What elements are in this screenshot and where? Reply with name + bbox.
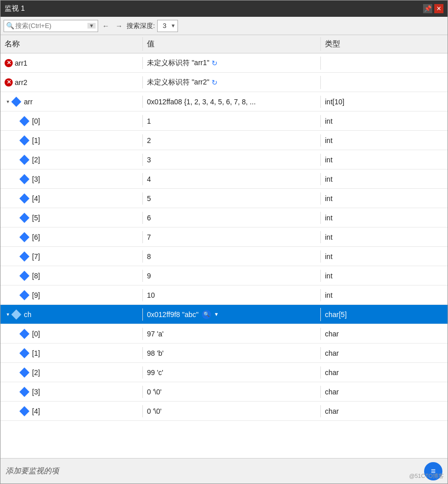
type-cell-arr-9: int	[321, 289, 447, 301]
type-label-ch: char[5]	[325, 310, 347, 319]
error-icon-arr2: ✕	[5, 78, 13, 87]
type-cell-arr1	[321, 61, 447, 65]
diamond-icon-ch-3	[19, 387, 29, 397]
name-label-arr2: arr2	[15, 78, 27, 87]
value-cell-arr-6: 7	[143, 231, 321, 243]
value-cell-ch-4: 0 '\0'	[143, 405, 321, 417]
name-cell-ch-3: [3]	[1, 386, 143, 398]
depth-label: 搜索深度:	[127, 21, 155, 31]
pin-button[interactable]: 📌	[423, 4, 432, 13]
name-label-arr-6: [6]	[32, 233, 40, 241]
type-label-arr: int[10]	[325, 98, 344, 106]
name-cell-arr-6: [6]	[1, 231, 143, 243]
type-label-arr-8: int	[325, 272, 333, 280]
watch-table[interactable]: ✕ arr1 未定义标识符 "arr1" ↻ ✕ arr2 未定义标识符 "ar…	[1, 53, 447, 458]
value-label-ch-0: 97 'a'	[147, 330, 164, 338]
refresh-icon-arr2[interactable]: ↻	[212, 78, 218, 87]
table-row-arr-5: [5] 6 int	[1, 208, 447, 227]
value-cell-arr-0: 1	[143, 115, 321, 127]
diamond-icon-arr-5	[19, 213, 29, 223]
value-cell-arr-8: 9	[143, 270, 321, 282]
diamond-icon-arr-9	[19, 290, 29, 300]
diamond-icon-arr-3	[19, 174, 29, 184]
value-cell-arr: 0x012ffa08 {1, 2, 3, 4, 5, 6, 7, 8, ...	[143, 96, 321, 108]
name-cell-arr-4: [4]	[1, 192, 143, 205]
search-icon: 🔍	[6, 22, 14, 30]
value-label-ch-1: 98 'b'	[147, 349, 164, 357]
name-label-ch: ch	[24, 310, 32, 319]
name-label-arr-1: [1]	[32, 136, 40, 145]
diamond-icon-ch-2	[19, 367, 29, 378]
diamond-icon-arr-2	[19, 155, 29, 165]
value-label-ch: 0x012ff9f8 "abc"	[147, 310, 199, 319]
type-label-arr-7: int	[325, 252, 333, 261]
toolbar: 🔍 ▼ ← → 搜索深度: 3 ▼	[1, 17, 447, 35]
value-label-arr2: 未定义标识符 "arr2"	[147, 78, 210, 87]
type-cell-ch-0: char	[321, 328, 447, 340]
search-input[interactable]	[15, 22, 86, 30]
name-cell-arr: ▾ arr	[1, 96, 143, 108]
close-button[interactable]: ✕	[434, 4, 443, 13]
table-row-ch-4: [4] 0 '\0' char	[1, 402, 447, 421]
type-label-arr-0: int	[325, 117, 333, 125]
value-label-arr1: 未定义标识符 "arr1"	[147, 59, 210, 68]
collapse-icon-arr[interactable]: ▾	[5, 99, 11, 105]
name-cell-arr-0: [0]	[1, 115, 143, 127]
table-row-arr-7: [7] 8 int	[1, 247, 447, 266]
value-label-ch-2: 99 'c'	[147, 368, 163, 377]
refresh-icon-arr1[interactable]: ↻	[212, 59, 218, 67]
table-row: ✕ arr2 未定义标识符 "arr2" ↻	[1, 73, 447, 92]
type-cell-ch-2: char	[321, 366, 447, 379]
depth-box: 3 ▼	[157, 20, 178, 32]
value-label-arr-3: 4	[147, 175, 151, 183]
search-val-icon-ch[interactable]: 🔍	[202, 310, 211, 319]
name-label-arr-9: [9]	[32, 291, 40, 299]
type-cell-arr2	[321, 80, 447, 84]
type-label-arr-3: int	[325, 175, 333, 183]
table-row-ch: ▾ ch 0x012ff9f8 "abc" 🔍 ▼ char[5]	[1, 305, 447, 324]
name-cell-arr1: ✕ arr1	[1, 57, 143, 69]
value-cell-arr-7: 8	[143, 250, 321, 263]
collapse-icon-ch[interactable]: ▾	[5, 311, 11, 318]
name-label-arr-0: [0]	[32, 117, 40, 125]
value-cell-ch-2: 99 'c'	[143, 366, 321, 379]
dropdown-btn-ch[interactable]: ▼	[214, 311, 219, 317]
search-dropdown-button[interactable]: ▼	[87, 23, 96, 29]
type-cell-arr-4: int	[321, 192, 447, 205]
header-value: 值	[143, 37, 321, 51]
type-label-arr-4: int	[325, 194, 333, 203]
forward-button[interactable]: →	[113, 21, 125, 31]
name-label-ch-0: [0]	[32, 330, 40, 338]
name-label-arr1: arr1	[15, 59, 27, 67]
value-label-arr-1: 2	[147, 136, 151, 145]
diamond-icon-arr-6	[19, 232, 29, 242]
depth-dropdown-button[interactable]: ▼	[171, 23, 176, 29]
value-label-arr-2: 3	[147, 156, 151, 164]
title-bar: 监视 1 📌 ✕	[1, 1, 447, 17]
type-cell-ch: char[5]	[321, 308, 447, 321]
header-name: 名称	[1, 37, 143, 51]
add-watch-label[interactable]: 添加要监视的项	[6, 466, 59, 476]
diamond-icon-arr-0	[19, 116, 29, 126]
value-label-arr-4: 5	[147, 194, 151, 203]
type-label-arr-6: int	[325, 233, 333, 241]
type-cell-arr-1: int	[321, 134, 447, 147]
name-label-ch-4: [4]	[32, 407, 40, 415]
value-cell-arr-1: 2	[143, 134, 321, 147]
value-label-ch-4: 0 '\0'	[147, 407, 162, 415]
name-cell-ch: ▾ ch	[1, 308, 143, 321]
back-button[interactable]: ←	[100, 21, 111, 31]
type-cell-arr-6: int	[321, 231, 447, 243]
name-label-ch-3: [3]	[32, 388, 40, 396]
value-label-arr: 0x012ffa08 {1, 2, 3, 4, 5, 6, 7, 8, ...	[147, 98, 256, 106]
type-label-arr-1: int	[325, 136, 333, 145]
table-row-arr-8: [8] 9 int	[1, 266, 447, 286]
value-label-ch-3: 0 '\0'	[147, 388, 162, 396]
table-row-arr-4: [4] 5 int	[1, 189, 447, 208]
type-label-arr-9: int	[325, 291, 333, 299]
search-box: 🔍 ▼	[4, 20, 98, 32]
value-label-arr-9: 10	[147, 291, 155, 299]
depth-value: 3	[160, 22, 170, 30]
header-type: 类型	[321, 37, 447, 51]
type-cell-arr: int[10]	[321, 96, 447, 108]
